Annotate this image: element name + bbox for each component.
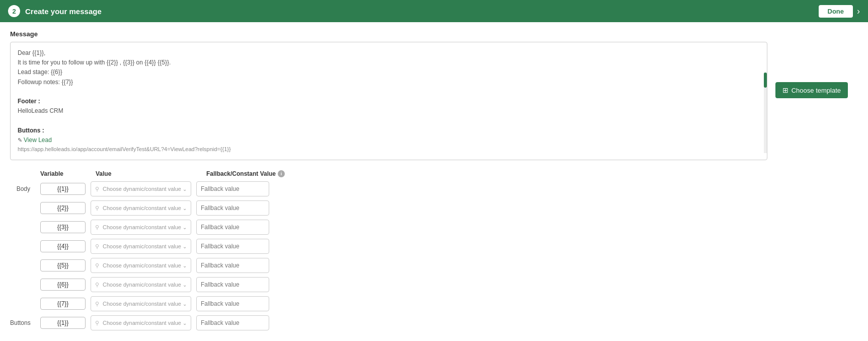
- table-row: {{5}} ⚲ Choose dynamic/constant value ⌄: [10, 258, 858, 273]
- section-label-buttons: Buttons: [10, 319, 35, 326]
- table-row: {{7}} ⚲ Choose dynamic/constant value ⌄: [10, 296, 858, 311]
- message-scrollbar[interactable]: [764, 73, 767, 153]
- body-rows: Body {{1}} ⚲ Choose dynamic/constant val…: [10, 181, 858, 311]
- select-placeholder: Choose dynamic/constant value: [103, 243, 181, 249]
- value-select[interactable]: ⚲ Choose dynamic/constant value ⌄: [91, 239, 191, 254]
- value-select[interactable]: ⚲ Choose dynamic/constant value ⌄: [91, 258, 191, 273]
- select-placeholder: Choose dynamic/constant value: [103, 282, 181, 288]
- scrollbar-thumb: [764, 73, 767, 88]
- select-search-icon: ⚲: [95, 301, 99, 307]
- fallback-input[interactable]: [196, 296, 269, 311]
- fallback-label-text: Fallback/Constant Value: [206, 170, 276, 177]
- select-search-icon: ⚲: [95, 205, 99, 212]
- collapse-chevron-icon[interactable]: ›: [857, 6, 860, 17]
- variable-tag: {{1}}: [40, 183, 86, 195]
- value-select[interactable]: ⚲ Choose dynamic/constant value ⌄: [91, 220, 191, 235]
- edit-icon: ✎: [18, 137, 24, 143]
- variables-header: Variable Value Fallback/Constant Value i: [10, 170, 858, 177]
- select-placeholder: Choose dynamic/constant value: [103, 205, 181, 211]
- value-select[interactable]: ⚲ Choose dynamic/constant value ⌄: [91, 277, 191, 292]
- main-content: Message Dear {{1}}, It is time for you t…: [0, 22, 868, 341]
- select-search-icon: ⚲: [95, 320, 99, 326]
- footer-label-text: Footer :: [18, 98, 40, 105]
- message-footer-value: HelloLeads CRM: [18, 106, 760, 116]
- fallback-input[interactable]: [196, 220, 269, 235]
- variables-section: Variable Value Fallback/Constant Value i…: [10, 170, 858, 330]
- value-select[interactable]: ⚲ Choose dynamic/constant value ⌄: [91, 315, 191, 330]
- select-chevron-icon: ⌄: [183, 320, 187, 326]
- step-badge: 2: [8, 5, 20, 17]
- variable-tag: {{4}}: [40, 240, 86, 252]
- view-lead-button-preview: ✎ View Lead https://app.helloleads.io/ap…: [18, 135, 760, 154]
- message-line-2: It is time for you to follow up with {{2…: [18, 58, 760, 67]
- message-line-3: Lead stage: {{6}}: [18, 67, 760, 77]
- select-placeholder: Choose dynamic/constant value: [103, 301, 181, 307]
- select-chevron-icon: ⌄: [183, 244, 187, 249]
- table-row: {{3}} ⚲ Choose dynamic/constant value ⌄: [10, 220, 858, 235]
- header-left: 2 Create your message: [8, 5, 102, 17]
- select-search-icon: ⚲: [95, 282, 99, 288]
- buttons-label-text: Buttons :: [18, 127, 44, 134]
- fallback-input[interactable]: [196, 200, 269, 216]
- template-icon: ⊞: [782, 86, 788, 94]
- table-row: {{6}} ⚲ Choose dynamic/constant value ⌄: [10, 277, 858, 292]
- select-search-icon: ⚲: [95, 262, 99, 269]
- fallback-input[interactable]: [196, 315, 269, 330]
- message-line-1: Dear {{1}},: [18, 48, 760, 58]
- choose-template-label: Choose template: [792, 87, 841, 94]
- message-footer-label: Footer :: [18, 97, 760, 106]
- page-header: 2 Create your message Done ›: [0, 0, 868, 22]
- message-section-label: Message: [10, 30, 858, 38]
- select-chevron-icon: ⌄: [183, 225, 187, 230]
- select-search-icon: ⚲: [95, 224, 99, 231]
- variable-tag: {{3}}: [40, 221, 86, 233]
- table-row: Body {{1}} ⚲ Choose dynamic/constant val…: [10, 181, 858, 196]
- select-chevron-icon: ⌄: [183, 206, 187, 211]
- fallback-input[interactable]: [196, 258, 269, 273]
- view-lead-link[interactable]: View Lead: [24, 137, 52, 144]
- value-select[interactable]: ⚲ Choose dynamic/constant value ⌄: [91, 296, 191, 311]
- button-rows: Buttons {{1}} ⚲ Choose dynamic/constant …: [10, 315, 858, 330]
- select-search-icon: ⚲: [95, 243, 99, 250]
- choose-template-button[interactable]: ⊞ Choose template: [775, 82, 848, 98]
- variable-tag: {{2}}: [40, 202, 86, 214]
- message-line-4: Followup notes: {{7}}: [18, 78, 760, 87]
- done-button[interactable]: Done: [819, 5, 853, 18]
- table-row: {{4}} ⚲ Choose dynamic/constant value ⌄: [10, 239, 858, 254]
- value-select[interactable]: ⚲ Choose dynamic/constant value ⌄: [91, 181, 191, 196]
- select-chevron-icon: ⌄: [183, 263, 187, 268]
- variable-tag: {{5}}: [40, 259, 86, 271]
- select-placeholder: Choose dynamic/constant value: [103, 320, 181, 326]
- page-title: Create your message: [25, 7, 102, 16]
- col-header-variable: Variable: [40, 170, 96, 177]
- select-placeholder: Choose dynamic/constant value: [103, 224, 181, 230]
- view-lead-url: https://app.helloleads.io/app/account/em…: [18, 145, 760, 154]
- select-placeholder: Choose dynamic/constant value: [103, 186, 181, 192]
- fallback-input[interactable]: [196, 239, 269, 254]
- select-chevron-icon: ⌄: [183, 301, 187, 307]
- header-right: Done ›: [819, 5, 860, 18]
- table-row: {{2}} ⚲ Choose dynamic/constant value ⌄: [10, 200, 858, 216]
- variable-tag: {{6}}: [40, 279, 86, 291]
- select-chevron-icon: ⌄: [183, 186, 187, 192]
- value-select[interactable]: ⚲ Choose dynamic/constant value ⌄: [91, 200, 191, 216]
- variable-tag: {{1}}: [40, 317, 86, 329]
- select-chevron-icon: ⌄: [183, 282, 187, 288]
- section-label-body: Body: [10, 185, 35, 192]
- message-preview: Dear {{1}}, It is time for you to follow…: [10, 42, 767, 160]
- table-row: Buttons {{1}} ⚲ Choose dynamic/constant …: [10, 315, 858, 330]
- message-buttons-label: Buttons :: [18, 126, 760, 135]
- info-icon[interactable]: i: [278, 170, 285, 177]
- fallback-input[interactable]: [196, 181, 269, 196]
- variable-tag: {{7}}: [40, 298, 86, 310]
- col-header-value: Value: [96, 170, 206, 177]
- col-header-fallback: Fallback/Constant Value i: [206, 170, 287, 177]
- select-search-icon: ⚲: [95, 186, 99, 192]
- select-placeholder: Choose dynamic/constant value: [103, 262, 181, 268]
- fallback-input[interactable]: [196, 277, 269, 292]
